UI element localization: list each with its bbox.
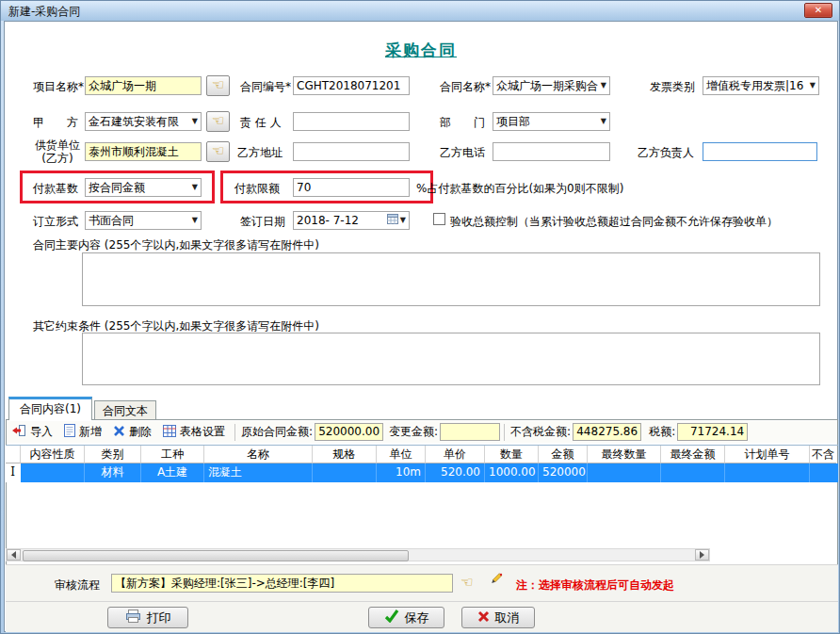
party-a-label: 甲 方 (33, 115, 78, 131)
col-header[interactable]: 名称 (204, 446, 313, 463)
tax-label: 税额: (647, 424, 677, 440)
delete-x-icon (113, 425, 125, 440)
row-selector-header (6, 446, 21, 463)
party-b-contact-label: 乙方负责人 (638, 145, 694, 161)
chevron-down-icon: ▼ (599, 113, 606, 130)
acceptance-control-label: 验收总额控制（当累计验收总额超过合同金额不允许保存验收单） (450, 214, 778, 230)
contract-name-select[interactable]: 众城广场一期采购合▼ (493, 76, 610, 95)
close-icon: ✕ (815, 5, 822, 15)
col-header[interactable]: 类别 (85, 446, 141, 463)
col-header[interactable]: 最终金额 (661, 446, 725, 463)
party-a-browse-button[interactable]: ☜ (206, 111, 230, 132)
check-icon (384, 610, 399, 626)
contract-name-label: 合同名称* (440, 79, 491, 95)
col-header[interactable]: 计划单号 (725, 446, 810, 463)
tab-contract-text[interactable]: 合同文本 (94, 400, 156, 420)
party-a-select[interactable]: 金石建筑安装有限▼ (85, 112, 202, 131)
invoice-type-label: 发票类别 (650, 79, 695, 95)
table-row[interactable]: I 材料 A土建 混凝土 10m 520.00 1000.00 520000.0… (6, 463, 838, 482)
responsible-input[interactable] (293, 112, 410, 131)
chevron-down-icon: ▼ (808, 77, 816, 94)
contract-items-grid: 内容性质 类别 工种 名称 规格 单位 单价 数量 金额 最终数量 最终金额 计… (6, 445, 838, 482)
main-content-textarea[interactable] (82, 252, 820, 306)
party-b-phone-input[interactable] (493, 142, 610, 161)
party-b-contact-input[interactable] (703, 142, 817, 161)
supplier-input[interactable]: 泰州市顺利混凝土 (85, 142, 202, 161)
contract-no-label: 合同编号* (240, 79, 291, 95)
notax-amount-field: 448275.86 (573, 423, 641, 441)
cancel-button[interactable]: 取消 (461, 607, 535, 628)
horizontal-scrollbar[interactable] (6, 548, 710, 561)
payment-limit-label: 付款限额 (234, 181, 280, 197)
titlebar[interactable]: 新建-采购合同 ✕ (1, 1, 839, 21)
contract-no-input[interactable]: CGHT2018071201 (293, 76, 410, 95)
project-name-input[interactable]: 众城广场一期 (85, 76, 202, 95)
tax-field: 71724.14 (677, 423, 748, 441)
close-button[interactable]: ✕ (804, 3, 832, 18)
department-label: 部 门 (440, 115, 485, 131)
scroll-right-button[interactable] (695, 549, 709, 561)
department-select[interactable]: 项目部▼ (493, 112, 610, 131)
approval-flow-input[interactable]: 【新方案】采购经理:[张三]->总经理:[李四] (111, 574, 453, 593)
party-b-address-input[interactable] (293, 142, 410, 161)
tab-contract-content[interactable]: 合同内容(1) (8, 397, 92, 420)
edit-pencil-icon[interactable] (488, 572, 504, 591)
other-terms-textarea[interactable] (82, 333, 820, 385)
chevron-down-icon: ▼ (398, 212, 406, 229)
print-button[interactable]: 打印 (107, 607, 188, 628)
hand-pointer-icon: ☜ (212, 76, 224, 93)
original-amount-label: 原始合同金额: (239, 424, 315, 440)
change-amount-label: 变更金额: (387, 424, 440, 440)
grid-header-row: 内容性质 类别 工种 名称 规格 单位 单价 数量 金额 最终数量 最终金额 计… (6, 445, 838, 463)
left-arrow-icon (11, 551, 16, 559)
col-header[interactable]: 数量 (485, 446, 539, 463)
main-content-label: 合同主要内容 (255个字以内,如果文字很多请写在附件中) (33, 237, 319, 253)
acceptance-control-checkbox[interactable] (433, 213, 445, 225)
approval-flow-label: 审核流程 (55, 577, 100, 593)
change-amount-field[interactable] (440, 423, 500, 441)
chevron-down-icon: ▼ (190, 179, 198, 196)
invoice-type-select[interactable]: 增值税专用发票|16▼ (703, 76, 819, 95)
table-grid-icon (163, 425, 176, 440)
col-header[interactable]: 最终数量 (588, 446, 661, 463)
scrollbar-thumb[interactable] (23, 550, 409, 561)
col-header[interactable]: 单价 (426, 446, 485, 463)
original-amount-field: 520000.00 (315, 423, 383, 441)
col-header[interactable]: 规格 (313, 446, 377, 463)
delete-row-button[interactable]: 删除 (107, 422, 157, 442)
grid-toolbar: 导入 新增 删除 表格设置 原始合同金额: 520000.00 变更金额: 不含… (7, 421, 837, 443)
col-header[interactable]: 金额 (539, 446, 588, 463)
responsible-label: 责 任 人 (240, 115, 282, 131)
page-title: 采购合同 (5, 40, 837, 61)
cancel-x-icon (477, 610, 490, 626)
col-header[interactable]: 内容性质 (21, 446, 85, 463)
form-type-select[interactable]: 书面合同▼ (85, 211, 202, 230)
supplier-label: 供货单位(乙方) (30, 138, 85, 165)
dialog-body: 采购合同 项目名称* 众城广场一期 ☜ 合同编号* CGHT2018071201… (4, 21, 838, 632)
party-b-address-label: 乙方地址 (237, 145, 283, 161)
hand-pointer-icon: ☜ (212, 142, 224, 159)
payment-limit-input[interactable]: 70 (293, 178, 410, 197)
col-header[interactable]: 单位 (377, 446, 426, 463)
project-browse-button[interactable]: ☜ (206, 75, 230, 96)
import-button[interactable]: 导入 (7, 422, 58, 442)
approval-pick-hand-icon[interactable]: ☜ (460, 574, 473, 591)
notax-amount-label: 不含税金额: (509, 424, 573, 440)
scroll-left-button[interactable] (7, 549, 21, 561)
add-row-button[interactable]: 新增 (58, 422, 107, 442)
payment-base-label: 付款基数 (33, 181, 78, 197)
form-type-label: 订立形式 (33, 214, 78, 230)
calendar-icon (387, 212, 398, 229)
payment-base-select[interactable]: 按合同金额▼ (85, 178, 202, 197)
col-header[interactable]: 不含 (810, 446, 836, 463)
save-button[interactable]: 保存 (368, 607, 444, 628)
col-header[interactable]: 工种 (141, 446, 204, 463)
payment-limit-note: %占付款基数的百分比(如果为0则不限制) (416, 181, 623, 197)
hand-pointer-icon: ☜ (212, 112, 224, 129)
sign-date-label: 签订日期 (240, 214, 285, 230)
import-icon (12, 424, 26, 440)
sign-date-picker[interactable]: 2018- 7-12 ▼ (293, 211, 410, 230)
window: 新建-采购合同 ✕ 采购合同 项目名称* 众城广场一期 ☜ 合同编号* CGHT… (0, 0, 840, 634)
supplier-browse-button[interactable]: ☜ (206, 141, 230, 162)
grid-settings-button[interactable]: 表格设置 (157, 422, 231, 442)
